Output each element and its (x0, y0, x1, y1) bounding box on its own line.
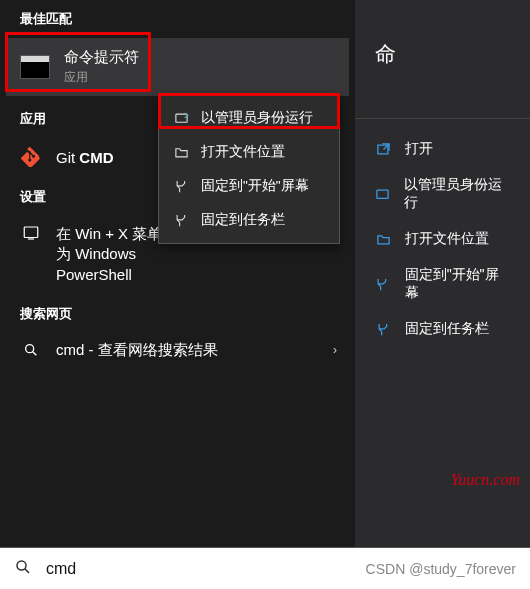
svg-rect-4 (377, 190, 388, 198)
search-bar: CSDN @study_7forever (0, 547, 530, 589)
right-panel-title: 命 (355, 40, 396, 118)
action-pin-start-label: 固定到"开始"屏幕 (405, 266, 510, 302)
ctx-run-admin-label: 以管理员身份运行 (201, 109, 313, 127)
ctx-run-admin[interactable]: 以管理员身份运行 (159, 101, 339, 135)
action-run-admin[interactable]: 以管理员身份运行 (355, 167, 530, 221)
ctx-open-location[interactable]: 打开文件位置 (159, 135, 339, 169)
action-open[interactable]: 打开 (355, 131, 530, 167)
action-pin-taskbar[interactable]: 固定到任务栏 (355, 311, 530, 347)
ctx-pin-start-label: 固定到"开始"屏幕 (201, 177, 309, 195)
swap-icon (20, 224, 42, 242)
cmd-icon (20, 55, 50, 79)
context-menu: 以管理员身份运行 打开文件位置 固定到"开始"屏幕 固定到任务栏 (158, 94, 340, 244)
chevron-right-icon: › (333, 343, 337, 357)
app-git-cmd-label: Git CMD (56, 149, 114, 166)
pin-taskbar-icon (375, 321, 391, 337)
search-icon (20, 342, 42, 358)
best-match-result[interactable]: 命令提示符 应用 (6, 38, 349, 96)
git-icon (20, 146, 42, 168)
folder-icon (375, 231, 391, 247)
pin-start-icon (375, 276, 391, 292)
action-pin-start[interactable]: 固定到"开始"屏幕 (355, 257, 530, 311)
svg-point-1 (26, 345, 34, 353)
svg-rect-2 (175, 114, 186, 122)
pin-taskbar-icon (173, 212, 189, 228)
svg-point-5 (17, 561, 26, 570)
open-icon (375, 141, 391, 157)
best-match-title: 命令提示符 (64, 48, 139, 67)
action-pin-taskbar-label: 固定到任务栏 (405, 320, 489, 338)
ctx-pin-start[interactable]: 固定到"开始"屏幕 (159, 169, 339, 203)
section-search-web: 搜索网页 (0, 295, 355, 331)
search-web-cmd[interactable]: cmd - 查看网络搜索结果 › (0, 331, 355, 370)
watermark-csdn: CSDN @study_7forever (366, 561, 516, 577)
search-icon (14, 558, 32, 580)
pin-start-icon (173, 178, 189, 194)
action-open-location[interactable]: 打开文件位置 (355, 221, 530, 257)
action-open-label: 打开 (405, 140, 433, 158)
search-web-cmd-label: cmd - 查看网络搜索结果 (56, 341, 218, 360)
svg-rect-0 (24, 227, 38, 238)
section-best-match: 最佳匹配 (0, 0, 355, 36)
folder-icon (173, 144, 189, 160)
best-match-subtitle: 应用 (64, 69, 139, 86)
ctx-open-location-label: 打开文件位置 (201, 143, 285, 161)
ctx-pin-taskbar[interactable]: 固定到任务栏 (159, 203, 339, 237)
shield-icon (173, 110, 189, 126)
watermark-site: Yuucn.com (451, 471, 520, 489)
action-open-location-label: 打开文件位置 (405, 230, 489, 248)
divider (355, 118, 530, 119)
shield-icon (375, 186, 390, 202)
ctx-pin-taskbar-label: 固定到任务栏 (201, 211, 285, 229)
action-run-admin-label: 以管理员身份运行 (404, 176, 510, 212)
